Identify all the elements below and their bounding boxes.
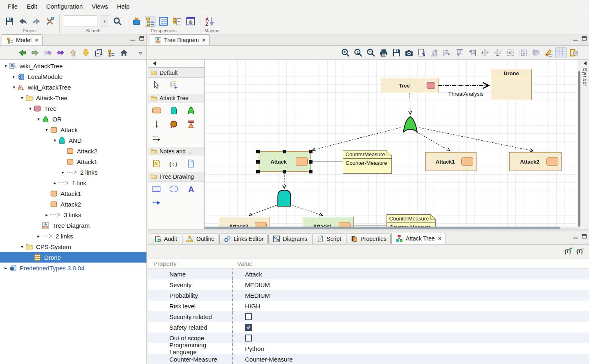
vertical-scrollbar[interactable] — [578, 60, 581, 229]
table-list-icon[interactable] — [172, 16, 182, 27]
selection-handle[interactable] — [256, 160, 260, 164]
tree-item-attack1[interactable]: Attack1 — [0, 188, 146, 199]
align-top-icon[interactable] — [429, 47, 440, 58]
property-value[interactable]: Python — [232, 343, 589, 354]
tree-item-2-links[interactable]: ▸2 links — [0, 231, 146, 241]
checkbox-safety-related[interactable] — [245, 324, 252, 331]
property-row-probability[interactable]: ProbabilityMEDIUM — [148, 290, 589, 301]
tree-node[interactable]: Tree — [382, 78, 438, 93]
align-left-icon[interactable] — [441, 47, 452, 58]
minimize-icon[interactable] — [573, 37, 578, 40]
symbol-export-icon[interactable] — [568, 47, 579, 58]
selection-handle[interactable] — [283, 150, 286, 153]
caret-icon[interactable]: ▾ — [43, 127, 50, 133]
property-row-counter-measure[interactable]: Counter-MeasureCounter-Measure — [148, 354, 589, 364]
search-icon[interactable] — [112, 16, 123, 27]
and-gate-node[interactable] — [276, 189, 293, 207]
tree-item-3-links[interactable]: ▸3 links — [0, 209, 146, 220]
palette-tool-constraint[interactable]: {c} — [169, 159, 179, 169]
up-arrow-icon[interactable] — [69, 48, 78, 57]
tree-item-attack2[interactable]: Attack2 — [0, 199, 146, 209]
selection-handle[interactable] — [283, 170, 286, 173]
tree-item-predefinedtypes-3-8-04[interactable]: ▸PredefinedTypes 3.8.04 — [0, 263, 146, 273]
property-value[interactable]: HIGH — [232, 301, 589, 311]
palette-collapse[interactable] — [148, 60, 204, 68]
window-settings-icon[interactable] — [185, 16, 196, 27]
palette-tool-root-node[interactable] — [169, 119, 179, 129]
caret-icon[interactable]: ▸ — [60, 170, 66, 175]
drone-node[interactable]: Drone — [491, 69, 532, 100]
tools-icon[interactable] — [45, 16, 55, 27]
palette-tool-timer[interactable] — [186, 119, 196, 129]
palette-tool-arrow-tool[interactable] — [151, 198, 162, 208]
or-gate-node[interactable] — [401, 116, 419, 133]
close-icon[interactable]: × — [202, 37, 205, 43]
property-row-severity[interactable]: SeverityMEDIUM — [148, 279, 589, 290]
diamonds-light-icon[interactable] — [43, 48, 52, 57]
zoom-in-icon[interactable] — [340, 47, 351, 58]
property-value[interactable] — [232, 311, 589, 322]
countermeasure-note-2[interactable]: CounterMeasureCounter-Measure — [387, 214, 436, 227]
caret-icon[interactable]: ▾ — [2, 63, 9, 69]
property-row-name[interactable]: NameAttack — [148, 269, 589, 279]
tree-item-tree[interactable]: ▾Tree — [0, 103, 146, 114]
tree-item-attack-tree[interactable]: ▾Attack-Tree — [0, 92, 146, 103]
palette-tool-at-link[interactable]: <AT> — [151, 133, 162, 143]
save-navy-icon[interactable] — [391, 47, 402, 58]
palette-section-default[interactable]: Default — [148, 68, 204, 78]
palette-section-attack-tree[interactable]: Attack Tree — [148, 93, 204, 103]
tree-item-wiki-attacktree[interactable]: ▾UMLwiki_AttackTree — [0, 82, 146, 92]
close-icon[interactable]: × — [35, 37, 38, 43]
resize-icon[interactable]: 10 — [505, 47, 516, 58]
checkbox-security-related[interactable] — [245, 313, 252, 320]
close-icon[interactable]: × — [438, 235, 441, 242]
palette-tool-ellipse[interactable] — [169, 184, 179, 194]
attack-node[interactable]: Attack — [258, 151, 311, 172]
selection-handle[interactable] — [256, 170, 260, 173]
home-icon[interactable] — [119, 48, 128, 57]
caret-icon[interactable]: ▸ — [43, 212, 50, 218]
model-tree-icon[interactable] — [145, 16, 155, 27]
palette-tool-rectangle[interactable] — [151, 184, 162, 194]
minimize-icon[interactable] — [130, 37, 135, 40]
palette-section-notes-and[interactable]: Notes and ... — [148, 146, 204, 156]
symbol-panel-collapsed[interactable]: Symbol — [581, 60, 589, 229]
caret-icon[interactable]: ▸ — [2, 265, 9, 271]
remove-property-icon[interactable]: {T}– — [576, 248, 582, 254]
tree-item-or[interactable]: ▾OR — [0, 114, 146, 124]
property-value[interactable]: MEDIUM — [232, 279, 589, 290]
caret-icon[interactable]: ▾ — [52, 138, 58, 143]
palette-tool-cursor[interactable] — [151, 80, 162, 90]
search-input[interactable] — [64, 16, 97, 27]
drawer-icon[interactable] — [131, 16, 142, 27]
minimize-icon[interactable] — [573, 235, 578, 238]
copy-icon[interactable] — [94, 48, 103, 57]
tab-attack-tree[interactable]: Attack Tree× — [391, 233, 445, 244]
matrix-icon[interactable] — [158, 16, 169, 27]
tab-audit[interactable]: Audit — [150, 234, 181, 244]
selection-handle[interactable] — [309, 150, 312, 153]
palette-tool-note[interactable]: N — [151, 159, 162, 169]
back-icon[interactable] — [18, 16, 28, 27]
tab-diagrams[interactable]: Diagrams — [268, 234, 311, 244]
property-row-security-related[interactable]: Security related — [148, 311, 589, 322]
property-value[interactable]: Attack — [232, 269, 589, 279]
checkbox-out-of-scope[interactable] — [245, 335, 252, 342]
grid-icon[interactable] — [555, 47, 567, 58]
tab-links-editor[interactable]: Links Editor — [219, 234, 268, 244]
palette-tool-text-tool[interactable]: A — [186, 184, 196, 194]
attack2-node[interactable]: Attack2 — [509, 152, 562, 171]
tree-item-2-links[interactable]: ▸2 links — [0, 167, 146, 178]
tree-item-localmodule[interactable]: ▸LocalModule — [0, 71, 146, 82]
tab-outline[interactable]: Outline — [182, 234, 218, 244]
distribute-vertical-icon[interactable] — [479, 47, 490, 58]
attack1-bottom-node[interactable]: Attack1 — [303, 217, 354, 227]
add-property-icon[interactable]: {T}+ — [564, 248, 571, 254]
search-dropdown-icon[interactable]: ▾ — [100, 16, 109, 27]
diagram-canvas[interactable]: ThreatAnalysis TreeDroneAttackCounterMea… — [205, 60, 578, 227]
tree-item-1-link[interactable]: ▸1 link — [0, 178, 146, 188]
attack2-bottom-node[interactable]: Attack2 — [219, 217, 270, 227]
caret-icon[interactable]: ▾ — [35, 117, 42, 122]
menu-file[interactable]: File — [3, 3, 22, 10]
caret-icon[interactable]: ▸ — [35, 234, 42, 239]
